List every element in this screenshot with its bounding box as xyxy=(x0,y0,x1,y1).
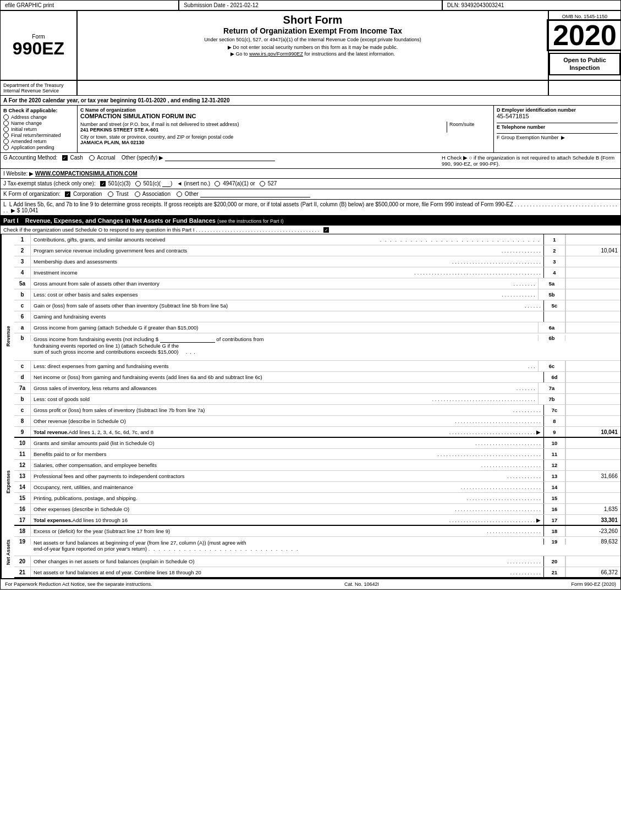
row-14-num: 14 xyxy=(14,482,31,492)
row-16-linenum: 16 xyxy=(543,504,565,514)
check-name-change: Name change xyxy=(3,120,74,126)
row-5c-num: c xyxy=(14,300,31,311)
revenue-label: Revenue xyxy=(1,234,14,438)
check-address-change: Address change xyxy=(3,114,74,120)
form-subtitle: Return of Organization Exempt From Incom… xyxy=(83,26,542,35)
row-8: 8 Other revenue (describe in Schedule O)… xyxy=(14,416,620,427)
k-corp-checkbox xyxy=(65,191,70,197)
check-schedule-o-text: Check if the organization used Schedule … xyxy=(3,227,195,233)
row-1-linenum: 1 xyxy=(543,234,565,245)
row-9-num: 9 xyxy=(14,427,31,437)
row-19-amount: 89,632 xyxy=(565,539,620,545)
row-6c-desc: Less: direct expenses from gaming and fu… xyxy=(31,361,538,371)
row-5a-desc: Gross amount from sale of assets other t… xyxy=(31,278,538,289)
row-11-num: 11 xyxy=(14,449,31,459)
org-name-value: COMPACTION SIMULATION FORUM INC xyxy=(80,113,491,119)
row-6a: a Gross income from gaming (attach Sched… xyxy=(14,322,620,333)
row-12-desc: Salaries, other compensation, and employ… xyxy=(31,460,543,470)
row-7c: c Gross profit or (loss) from sales of i… xyxy=(14,405,620,416)
row-5a: 5a Gross amount from sale of assets othe… xyxy=(14,278,620,289)
row-17-amount: 33,301 xyxy=(565,515,620,525)
row-6-desc: Gaming and fundraising events xyxy=(31,311,543,322)
j-501c: 501(c)( ) xyxy=(135,180,174,186)
row-3: 3 Membership dues and assessments . . . … xyxy=(14,256,620,267)
row-5b-desc: Less: cost or other basis and sales expe… xyxy=(31,289,538,300)
row-15-desc: Printing, publications, postage, and shi… xyxy=(31,493,543,503)
j-4947: 4947(a)(1) or xyxy=(215,180,256,186)
l-label: L xyxy=(3,201,6,207)
schedule-o-checkbox xyxy=(323,227,329,233)
row-16-num: 16 xyxy=(14,504,31,514)
expenses-label: Expenses xyxy=(1,438,14,526)
label-initial-return: Initial return xyxy=(11,127,37,132)
row-15: 15 Printing, publications, postage, and … xyxy=(14,493,620,504)
row-6: 6 Gaming and fundraising events xyxy=(14,311,620,322)
row-18-linenum: 18 xyxy=(543,526,565,536)
section-a: A For the 2020 calendar year, or tax yea… xyxy=(1,96,620,106)
row-6a-ref: 6a xyxy=(538,322,565,333)
part-i-header: Part I Revenue, Expenses, and Changes in… xyxy=(1,216,620,226)
row-4-num: 4 xyxy=(14,267,31,278)
row-14: 14 Occupancy, rent, utilities, and maint… xyxy=(14,482,620,493)
row-5c-amount xyxy=(565,300,620,311)
expenses-content: 10 Grants and similar amounts paid (list… xyxy=(14,438,620,526)
circle-address xyxy=(3,114,9,120)
row-1-amount xyxy=(565,234,620,245)
row-7c-num: c xyxy=(14,405,31,415)
dln: DLN: 93492043003241 xyxy=(443,1,620,10)
k-trust: Trust xyxy=(108,191,130,197)
row-7a-desc: Gross sales of inventory, less returns a… xyxy=(31,383,538,393)
row-6d: d Net income or (loss) from gaming and f… xyxy=(14,372,620,383)
city-value: JAMAICA PLAIN, MA 02130 xyxy=(80,140,491,145)
section-g-right: H Check ▶ ○ if the organization is not r… xyxy=(442,155,618,167)
section-c: C Name of organization COMPACTION SIMULA… xyxy=(78,106,494,152)
row-6a-desc: Gross income from gaming (attach Schedul… xyxy=(31,322,538,333)
circle-name xyxy=(3,120,9,126)
label-address-change: Address change xyxy=(11,114,47,120)
section-d: D Employer identification number 45-5471… xyxy=(494,106,620,152)
main-header: Form 990EZ Short Form Return of Organiza… xyxy=(1,11,620,81)
g-cash-check: Cash xyxy=(62,155,85,161)
form-number-box: Form 990EZ xyxy=(1,11,78,80)
label-amended: Amended return xyxy=(11,139,47,144)
row-14-linenum: 14 xyxy=(543,482,565,492)
circle-final xyxy=(3,133,9,138)
row-6b-ref: 6b xyxy=(538,335,565,341)
row-13-num: 13 xyxy=(14,471,31,481)
row-20: 20 Other changes in net assets or fund b… xyxy=(14,556,620,567)
revenue-content: 1 Contributions, gifts, grants, and simi… xyxy=(14,234,620,438)
row-7b-num: b xyxy=(14,394,31,404)
row-1: 1 Contributions, gifts, grants, and simi… xyxy=(14,234,620,245)
g-label: G Accounting Method: xyxy=(3,155,57,161)
row-6d-num: d xyxy=(14,372,31,382)
net-assets-content: 18 Excess or (deficit) for the year (Sub… xyxy=(14,526,620,578)
row-18: 18 Excess or (deficit) for the year (Sub… xyxy=(14,526,620,537)
row-7b-desc: Less: cost of goods sold . . . . . . . .… xyxy=(31,394,538,404)
row-6-amount xyxy=(565,311,620,322)
net-assets-label: Net Assets xyxy=(1,526,14,578)
row-20-num: 20 xyxy=(14,556,31,567)
row-10-desc: Grants and similar amounts paid (list in… xyxy=(31,438,543,448)
row-16-desc: Other expenses (describe in Schedule O) … xyxy=(31,504,543,514)
submission-date: Submission Date - 2021-02-12 xyxy=(179,1,443,10)
section-i-row: I Website: ▶ WWW.COMPACTIONSIMULATION.CO… xyxy=(1,169,620,179)
part-i-note: (see the instructions for Part I) xyxy=(217,218,284,224)
i-value: WWW.COMPACTIONSIMULATION.COM xyxy=(35,171,138,177)
row-9: 9 Total revenue. Add lines 1, 2, 3, 4, 5… xyxy=(14,427,620,438)
row-17-desc: Total expenses. Add lines 10 through 16 … xyxy=(31,515,543,525)
footer-mid: Cat. No. 10642I xyxy=(344,581,379,587)
phone-label: E Telephone number xyxy=(497,123,618,130)
row-12: 12 Salaries, other compensation, and emp… xyxy=(14,460,620,471)
row-7c-amount xyxy=(565,405,620,415)
check-amended: Amended return xyxy=(3,139,74,144)
row-13: 13 Professional fees and other payments … xyxy=(14,471,620,482)
row-5b-num: b xyxy=(14,289,31,300)
part-i-section: Part I Revenue, Expenses, and Changes in… xyxy=(1,216,620,579)
row-3-amount xyxy=(565,256,620,267)
row-16-amount: 1,635 xyxy=(565,504,620,514)
row-6c-amount xyxy=(565,361,620,371)
circle-pending xyxy=(3,145,9,150)
row-2: 2 Program service revenue including gove… xyxy=(14,245,620,256)
open-to-public: Open to Public Inspection xyxy=(549,53,620,75)
row-14-amount xyxy=(565,482,620,492)
